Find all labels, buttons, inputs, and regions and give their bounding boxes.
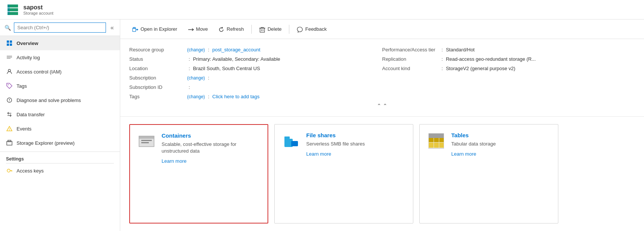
account-kind-row: Account kind : StorageV2 (general purpos…: [382, 64, 635, 73]
open-explorer-icon: [132, 26, 138, 32]
file-shares-learn-more-link[interactable]: Learn more: [306, 151, 331, 157]
sidebar-item-label-overview: Overview: [17, 40, 38, 46]
performance-row: Performance/Access tier : Standard/Hot: [382, 45, 635, 54]
tables-card-desc: Tabular data storage: [451, 141, 550, 147]
sidebar-item-label-access-control: Access control (IAM): [17, 69, 62, 75]
chevron-up-icon: ⌃ ⌃: [377, 103, 387, 109]
svg-rect-9: [7, 57, 12, 57]
svg-rect-32: [139, 136, 154, 138]
svg-rect-39: [429, 134, 444, 138]
containers-card-title[interactable]: Containers: [162, 132, 260, 139]
sidebar-item-label-events: Events: [17, 126, 32, 132]
sidebar-item-overview[interactable]: Overview: [0, 36, 120, 50]
file-shares-card-desc: Serverless SMB file shares: [306, 141, 405, 147]
svg-rect-15: [9, 128, 10, 130]
file-shares-card[interactable]: File shares Serverless SMB file shares L…: [274, 124, 413, 224]
sidebar-item-label-diagnose: Diagnose and solve problems: [17, 98, 81, 103]
sidebar-item-label-storage-explorer: Storage Explorer (preview): [17, 140, 75, 146]
replication-row: Replication : Read-access geo-redundant …: [382, 54, 635, 64]
status-label: Status: [129, 56, 186, 62]
properties-area: Resource group (change) : post_storage_a…: [120, 39, 644, 117]
status-value: Primary: Available, Secondary: Available: [193, 56, 280, 62]
file-shares-card-title[interactable]: File shares: [306, 132, 405, 138]
content-area: Open in Explorer Move Refresh: [120, 20, 644, 231]
tables-card-icon: [427, 132, 445, 150]
refresh-label: Refresh: [227, 26, 244, 32]
svg-rect-10: [7, 58, 11, 58]
tags-label: Tags: [129, 94, 186, 99]
containers-learn-more-link[interactable]: Learn more: [162, 158, 186, 164]
access-control-icon: [6, 68, 13, 75]
search-input[interactable]: [14, 22, 106, 33]
tables-learn-more-link[interactable]: Learn more: [451, 151, 476, 157]
sidebar-item-label-tags: Tags: [17, 83, 27, 89]
svg-rect-6: [7, 44, 9, 46]
svg-rect-7: [10, 44, 12, 46]
svg-rect-44: [434, 142, 439, 148]
tables-card[interactable]: Tables Tabular data storage Learn more: [419, 124, 558, 224]
resource-group-value[interactable]: post_storage_account: [212, 47, 260, 52]
settings-section-label: Settings: [0, 152, 120, 163]
top-header: sapost Storage account: [0, 0, 644, 20]
sidebar-item-label-activity-log: Activity log: [17, 55, 40, 60]
containers-card-body: Containers Scalable, cost-effective stor…: [162, 132, 260, 215]
overview-icon: [6, 40, 13, 46]
resource-group-change[interactable]: (change): [187, 47, 205, 52]
brand-icon: [6, 3, 20, 16]
subscription-row: Subscription (change) :: [129, 73, 382, 82]
move-icon: [188, 26, 194, 32]
sidebar-item-access-control[interactable]: Access control (IAM): [0, 64, 120, 79]
tags-change[interactable]: (change): [187, 94, 205, 99]
sidebar-item-data-transfer[interactable]: Data transfer: [0, 107, 120, 122]
performance-label: Performance/Access tier: [382, 47, 438, 52]
tags-row: Tags (change) : Click here to add tags: [129, 92, 382, 101]
toolbar-divider-2: [289, 25, 289, 34]
sidebar-item-label-data-transfer: Data transfer: [17, 112, 45, 117]
status-row: Status : Primary: Available, Secondary: …: [129, 54, 382, 64]
feedback-icon: [297, 26, 303, 32]
collapse-properties-button[interactable]: ⌃ ⌃: [129, 101, 635, 110]
sidebar-item-events[interactable]: Events: [0, 122, 120, 136]
svg-rect-36: [284, 136, 290, 140]
search-icon: 🔍: [5, 25, 11, 31]
brand-text: sapost Storage account: [23, 4, 53, 15]
svg-rect-43: [429, 142, 434, 148]
tables-card-body: Tables Tabular data storage Learn more: [451, 132, 550, 216]
sidebar-item-storage-explorer[interactable]: Storage Explorer (preview): [0, 136, 120, 150]
containers-card-desc: Scalable, cost-effective storage for uns…: [162, 141, 260, 154]
sidebar: 🔍 « Overview Activity log: [0, 20, 120, 231]
activity-log-icon: [6, 54, 13, 61]
location-row: Location : Brazil South, South Central U…: [129, 64, 382, 73]
svg-point-16: [9, 130, 10, 131]
svg-rect-18: [8, 140, 11, 142]
replication-value: Read-access geo-redundant storage (R...: [446, 56, 536, 62]
cards-area: Containers Scalable, cost-effective stor…: [120, 117, 644, 231]
move-button[interactable]: Move: [183, 23, 213, 34]
collapse-sidebar-button[interactable]: «: [109, 24, 115, 32]
tables-card-title[interactable]: Tables: [451, 132, 550, 138]
brand-name: sapost: [23, 4, 53, 11]
refresh-button[interactable]: Refresh: [214, 23, 248, 34]
svg-rect-34: [141, 142, 149, 143]
svg-rect-4: [7, 40, 9, 43]
tags-value[interactable]: Click here to add tags: [212, 94, 260, 99]
sidebar-item-tags[interactable]: Tags: [0, 79, 120, 93]
file-shares-card-body: File shares Serverless SMB file shares L…: [306, 132, 405, 216]
toolbar-divider-1: [251, 25, 252, 34]
svg-rect-42: [439, 138, 444, 142]
delete-label: Delete: [268, 26, 282, 32]
subscription-change[interactable]: (change): [187, 75, 205, 81]
sidebar-item-access-keys[interactable]: Access keys: [0, 164, 120, 178]
tags-icon: [6, 82, 13, 89]
containers-card[interactable]: Containers Scalable, cost-effective stor…: [129, 124, 268, 224]
feedback-button[interactable]: Feedback: [292, 23, 331, 34]
delete-button[interactable]: Delete: [255, 23, 286, 34]
resource-group-label: Resource group: [129, 47, 186, 52]
file-shares-card-icon: [282, 132, 300, 150]
sidebar-item-diagnose[interactable]: Diagnose and solve problems: [0, 93, 120, 107]
svg-rect-27: [260, 28, 265, 32]
open-in-explorer-button[interactable]: Open in Explorer: [128, 23, 182, 34]
sidebar-item-activity-log[interactable]: Activity log: [0, 50, 120, 64]
svg-rect-41: [434, 138, 439, 142]
toolbar: Open in Explorer Move Refresh: [120, 20, 644, 39]
